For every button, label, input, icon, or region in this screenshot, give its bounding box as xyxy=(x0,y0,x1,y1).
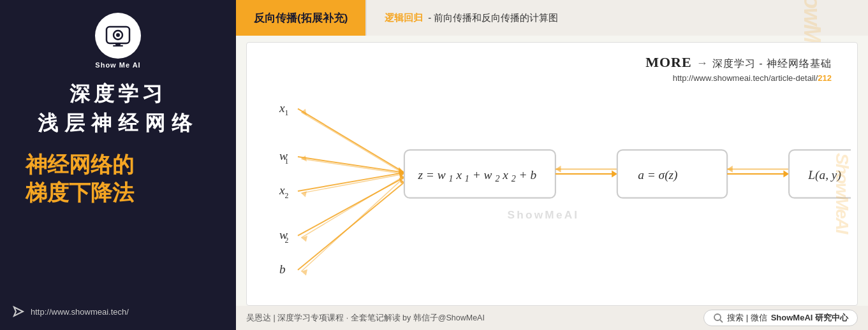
svg-text:2: 2 xyxy=(285,236,289,245)
tab-inactive-prefix: 逻辑回归 xyxy=(385,12,423,24)
search-label: 搜索 | 微信 xyxy=(727,312,767,324)
search-button[interactable]: 搜索 | 微信 ShowMeAI 研究中心 xyxy=(703,310,858,326)
bottom-bar: 吴恩达 | 深度学习专项课程 · 全套笔记解读 by 韩信子@ShowMeAI … xyxy=(236,306,868,330)
svg-line-29 xyxy=(301,174,404,193)
svg-text:x: x xyxy=(279,183,285,197)
svg-marker-46 xyxy=(727,166,733,173)
content-area: MORE → 深度学习 - 神经网络基础 http://www.showmeai… xyxy=(236,36,868,306)
svg-text:1: 1 xyxy=(285,157,289,166)
tab-inactive-suffix: - 前向传播和反向传播的计算图 xyxy=(428,12,558,24)
more-label: MORE xyxy=(645,54,691,70)
svg-line-15 xyxy=(298,109,404,173)
svg-marker-44 xyxy=(783,171,789,178)
svg-marker-30 xyxy=(301,191,307,197)
link-number: 212 xyxy=(818,73,832,83)
svg-marker-26 xyxy=(301,109,307,116)
svg-text:1: 1 xyxy=(285,108,289,117)
bottom-text: 吴恩达 | 深度学习专项课程 · 全套笔记解读 by 韩信子@ShowMeAI xyxy=(246,313,485,324)
highlight-line2: 梯度下降法 xyxy=(26,178,223,206)
tab-active[interactable]: 反向传播(拓展补充) xyxy=(236,0,365,36)
svg-rect-4 xyxy=(113,45,123,47)
sidebar-title2: 浅层神经网络 xyxy=(38,110,198,138)
more-arrow: → xyxy=(696,57,712,69)
nn-diagram: x 1 w 1 x 2 w 2 b xyxy=(253,49,851,299)
sidebar: Show Me AI 深度学习 浅层神经网络 神经网络的 梯度下降法 http:… xyxy=(0,0,236,330)
sidebar-bottom: http://www.showmeai.tech/ xyxy=(0,305,236,319)
tab-inactive[interactable]: 逻辑回归 - 前向传播和反向传播的计算图 xyxy=(367,0,576,36)
more-desc: 深度学习 - 神经网络基础 xyxy=(712,58,832,69)
logo-icon xyxy=(104,22,132,50)
svg-marker-5 xyxy=(14,307,23,316)
nav-icon xyxy=(11,305,26,319)
sidebar-highlight: 神经网络的 梯度下降法 xyxy=(13,150,223,206)
info-more: MORE → 深度学习 - 神经网络基础 xyxy=(645,54,832,71)
svg-marker-40 xyxy=(555,166,561,173)
highlight-line1: 神经网络的 xyxy=(26,150,223,178)
svg-text:x: x xyxy=(279,101,285,115)
logo-text: Show Me AI xyxy=(95,61,140,69)
sidebar-url[interactable]: http://www.showmeai.tech/ xyxy=(31,307,129,317)
svg-point-50 xyxy=(714,314,721,320)
svg-text:2: 2 xyxy=(285,191,289,200)
svg-line-33 xyxy=(301,177,404,271)
svg-text:b: b xyxy=(279,262,286,276)
svg-line-21 xyxy=(298,177,404,236)
svg-marker-32 xyxy=(301,236,307,242)
svg-line-19 xyxy=(298,173,404,191)
svg-marker-38 xyxy=(612,171,617,178)
svg-text:L(a, y): L(a, y) xyxy=(807,168,841,182)
svg-line-51 xyxy=(720,320,723,322)
link-base: http://www.showmeai.tech/article-detail/ xyxy=(673,73,818,83)
svg-text:a = σ(z): a = σ(z) xyxy=(638,168,677,182)
main-area: 反向传播(拓展补充) 逻辑回归 - 前向传播和反向传播的计算图 ShowMeAI… xyxy=(236,0,868,330)
logo-area: Show Me AI xyxy=(95,13,141,69)
info-link[interactable]: http://www.showmeai.tech/article-detail/… xyxy=(645,73,832,83)
svg-text:ShowMeAI: ShowMeAI xyxy=(507,208,579,221)
svg-rect-3 xyxy=(115,43,121,45)
tab-bar: 反向传播(拓展补充) 逻辑回归 - 前向传播和反向传播的计算图 ShowMeAI xyxy=(236,0,868,36)
svg-marker-28 xyxy=(301,155,307,162)
svg-line-31 xyxy=(301,176,404,238)
search-icon xyxy=(713,313,723,323)
search-brand: ShowMeAI 研究中心 xyxy=(771,312,848,324)
svg-point-2 xyxy=(116,33,120,37)
diagram-wrap: MORE → 深度学习 - 神经网络基础 http://www.showmeai… xyxy=(246,42,858,306)
svg-line-27 xyxy=(301,159,404,174)
sidebar-title1: 深度学习 xyxy=(70,80,166,108)
info-block: MORE → 深度学习 - 神经网络基础 http://www.showmeai… xyxy=(645,54,832,83)
logo-circle xyxy=(95,13,141,59)
